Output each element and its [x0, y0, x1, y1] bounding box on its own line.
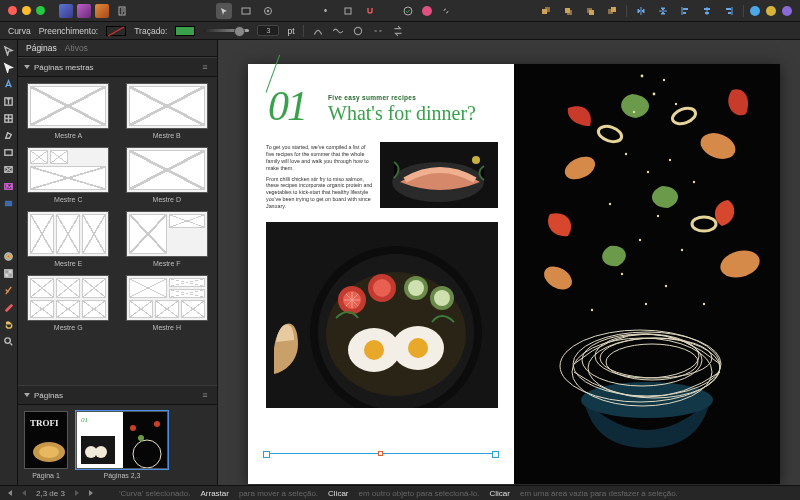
view-mode-icon[interactable] [238, 3, 254, 19]
fill-tool[interactable] [2, 249, 16, 263]
convert-curve-icon[interactable] [312, 25, 324, 37]
spread-indicator[interactable]: 2,3 de 3 [36, 489, 65, 498]
svg-text:TROFI: TROFI [30, 418, 59, 428]
spread[interactable]: 01 Five easy summer recipes What's for d… [248, 64, 780, 484]
stroke-swatch[interactable] [175, 26, 195, 36]
next-spread-button[interactable] [89, 490, 93, 496]
first-spread-button[interactable] [22, 490, 26, 496]
live-status-dot [422, 6, 432, 16]
svg-point-43 [154, 421, 160, 427]
stroke-unit-label: pt [287, 26, 294, 36]
close-window-button[interactable] [8, 6, 17, 15]
zoom-tool[interactable] [2, 334, 16, 348]
arrange-backward-icon[interactable] [560, 3, 576, 19]
master-page-label: Mestre G [54, 324, 83, 331]
last-spread-button[interactable] [75, 490, 79, 496]
snapping-icon[interactable] [362, 3, 378, 19]
page-left[interactable]: 01 Five easy summer recipes What's for d… [248, 64, 514, 484]
stroke-width-slider[interactable] [203, 29, 249, 32]
break-curve-icon[interactable] [372, 25, 384, 37]
tab-assets[interactable]: Ativos [65, 43, 88, 53]
node-tool[interactable] [2, 60, 16, 74]
arrange-forward-icon[interactable] [582, 3, 598, 19]
stroke-width-field[interactable]: 3 [257, 25, 279, 36]
preflight-icon[interactable] [400, 3, 416, 19]
vector-crop-tool[interactable] [2, 283, 16, 297]
move-tool[interactable] [2, 43, 16, 57]
master-page-thumb[interactable]: Mestre B [123, 83, 212, 139]
svg-point-88 [669, 159, 671, 161]
help-dot-icon[interactable] [766, 6, 776, 16]
master-page-thumb[interactable]: Mestre E [24, 211, 113, 267]
frame-text-tool[interactable] [2, 94, 16, 108]
pages-title: Páginas [34, 391, 63, 400]
master-pages-header[interactable]: Páginas mestras ≡ [18, 57, 217, 77]
reverse-curve-icon[interactable] [392, 25, 404, 37]
image-frame-salmon[interactable] [380, 142, 498, 208]
table-tool[interactable] [2, 111, 16, 125]
colour-picker-tool[interactable] [2, 300, 16, 314]
minimize-window-button[interactable] [22, 6, 31, 15]
svg-point-95 [665, 285, 667, 287]
svg-point-86 [625, 153, 627, 155]
artistic-text-tool[interactable] [2, 77, 16, 91]
flip-horizontal-icon[interactable] [633, 3, 649, 19]
rectangle-tool[interactable] [2, 145, 16, 159]
selection-center-handle[interactable] [378, 451, 383, 456]
svg-point-81 [641, 75, 644, 78]
svg-point-84 [633, 111, 635, 113]
page-label: Páginas 2,3 [104, 472, 141, 479]
pages-header[interactable]: Páginas ≡ [18, 385, 217, 405]
svg-point-59 [373, 279, 391, 297]
panel-menu-icon[interactable]: ≡ [199, 389, 211, 401]
article-body: To get you started, we've compiled a lis… [266, 144, 374, 210]
persona-publisher[interactable] [95, 4, 109, 18]
master-page-thumb[interactable]: Mestre H [123, 275, 212, 331]
canvas[interactable]: 01 Five easy summer recipes What's for d… [218, 40, 800, 485]
baseline-grid-icon[interactable]: • [318, 3, 334, 19]
master-page-thumb[interactable]: Mestre F [123, 211, 212, 267]
arrange-back-icon[interactable] [538, 3, 554, 19]
persona-photo[interactable] [77, 4, 91, 18]
stock-tool[interactable] [2, 196, 16, 210]
smooth-curve-icon[interactable] [332, 25, 344, 37]
fill-swatch[interactable] [106, 26, 126, 36]
master-page-thumb[interactable]: Mestre A [24, 83, 113, 139]
panels-column: Páginas Ativos Páginas mestras ≡ Mestre … [18, 40, 218, 485]
picture-frame-rect-tool[interactable] [2, 162, 16, 176]
prefs-dot-icon[interactable] [782, 6, 792, 16]
document-menu-icon[interactable] [115, 3, 131, 19]
zoom-window-button[interactable] [36, 6, 45, 15]
link-panel-icon[interactable] [438, 3, 454, 19]
account-dot-icon[interactable] [750, 6, 760, 16]
master-page-thumb[interactable]: Mestre C [24, 147, 113, 203]
page-right[interactable] [514, 64, 780, 484]
persona-designer[interactable] [59, 4, 73, 18]
selected-curve-object[interactable] [266, 453, 496, 454]
master-page-thumb[interactable]: Mestre G [24, 275, 113, 331]
align-left-icon[interactable] [677, 3, 693, 19]
arrange-front-icon[interactable] [604, 3, 620, 19]
align-right-icon[interactable] [721, 3, 737, 19]
tab-pages[interactable]: Páginas [26, 43, 57, 53]
flip-vertical-icon[interactable] [655, 3, 671, 19]
move-tool-icon[interactable] [216, 3, 232, 19]
close-curve-icon[interactable] [352, 25, 364, 37]
align-center-icon[interactable] [699, 3, 715, 19]
place-image-tool[interactable] [2, 179, 16, 193]
panel-menu-icon[interactable]: ≡ [199, 61, 211, 73]
transparency-tool[interactable] [2, 266, 16, 280]
preview-mode-icon[interactable] [260, 3, 276, 19]
page-thumb[interactable]: 01Páginas 2,3 [76, 411, 168, 479]
view-hand-tool[interactable] [2, 317, 16, 331]
hint-drag-label: Arrastar [200, 489, 228, 498]
status-bar: 2,3 de 3 'Curva' selecionado. Arrastar p… [0, 485, 800, 500]
svg-point-98 [591, 309, 593, 311]
clip-canvas-icon[interactable] [340, 3, 356, 19]
prev-spread-button[interactable] [8, 490, 12, 496]
pen-tool[interactable] [2, 128, 16, 142]
master-page-label: Mestre C [54, 196, 82, 203]
master-page-thumb[interactable]: Mestre D [123, 147, 212, 203]
page-thumb[interactable]: TROFIPágina 1 [24, 411, 68, 479]
image-frame-eggs[interactable] [266, 222, 498, 408]
